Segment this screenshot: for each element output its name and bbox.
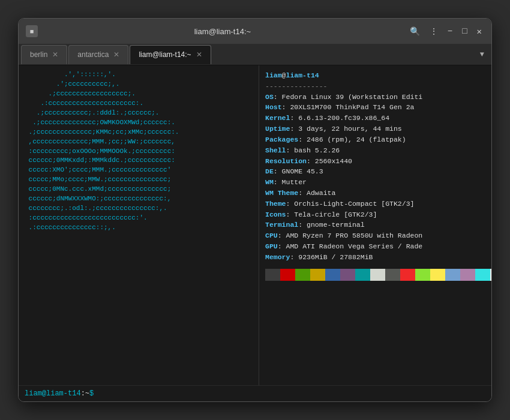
minimize-icon[interactable]: − bbox=[445, 25, 455, 38]
info-key: OS bbox=[265, 93, 274, 101]
terminal-body: .','::::::,'. .';cccccccccc;,. .;ccccccc… bbox=[19, 65, 491, 385]
info-value: : Tela-circle [GTK2/3] bbox=[286, 211, 377, 218]
color-swatch-12 bbox=[445, 269, 460, 281]
info-value: : 2486 (rpm), 24 (flatpak) bbox=[298, 136, 406, 143]
info-field-memory: Memory: 9236MiB / 27882MiB bbox=[265, 252, 485, 263]
color-swatch-4 bbox=[325, 269, 340, 281]
color-swatches bbox=[265, 269, 485, 281]
terminal-window: ■ liam@liam-t14:~ 🔍 ⋮ − □ ✕ berlin ✕ ant… bbox=[18, 18, 492, 402]
info-key: Icons bbox=[265, 211, 286, 218]
prompt-arrow: :~ bbox=[81, 389, 89, 398]
prompt-cursor: $ bbox=[89, 389, 94, 398]
color-swatch-2 bbox=[295, 269, 310, 281]
username: liam bbox=[265, 71, 282, 79]
info-field-gpu: GPU: AMD ATI Radeon Vega Series / Rade bbox=[265, 241, 485, 252]
prompt-line: liam@liam-t14:~$ bbox=[19, 385, 491, 401]
maximize-icon[interactable]: □ bbox=[460, 25, 469, 38]
window-controls: ■ bbox=[26, 25, 38, 37]
search-icon[interactable]: 🔍 bbox=[407, 25, 422, 38]
tab-berlin-label: berlin bbox=[30, 50, 47, 59]
at-symbol: @ bbox=[282, 71, 286, 79]
color-swatch-13 bbox=[460, 269, 475, 281]
tabbar: berlin ✕ antarctica ✕ liam@liam-t14:~ ✕ … bbox=[19, 44, 491, 65]
menu-icon[interactable]: ⋮ bbox=[427, 25, 440, 38]
color-swatch-10 bbox=[415, 269, 430, 281]
info-field-wm: WM: Mutter bbox=[265, 177, 485, 188]
color-swatch-14 bbox=[475, 269, 490, 281]
info-value: : 3 days, 22 hours, 44 mins bbox=[290, 125, 401, 133]
tab-berlin[interactable]: berlin ✕ bbox=[21, 45, 67, 64]
color-swatch-1 bbox=[280, 269, 295, 281]
info-value: : AMD ATI Radeon Vega Series / Rade bbox=[278, 242, 423, 250]
info-value: : Fedora Linux 39 (Workstation Editi bbox=[274, 93, 422, 101]
tab-overflow-arrow[interactable]: ▼ bbox=[475, 50, 489, 59]
info-value: : Mutter bbox=[274, 178, 307, 186]
info-value: : 6.6.13-200.fc39.x86_64 bbox=[290, 114, 389, 122]
tab-liam-close[interactable]: ✕ bbox=[196, 50, 202, 59]
info-field-de: DE: GNOME 45.3 bbox=[265, 166, 485, 177]
info-key: Shell bbox=[265, 146, 286, 154]
color-swatch-7 bbox=[370, 269, 385, 281]
info-field-os: OS: Fedora Linux 39 (Workstation Editi bbox=[265, 92, 485, 103]
info-value: : 20XLS1M700 ThinkPad T14 Gen 2a bbox=[282, 103, 415, 111]
info-key: Resolution bbox=[265, 157, 307, 165]
info-value: : Orchis-Light-Compact [GTK2/3] bbox=[286, 200, 415, 208]
color-swatch-9 bbox=[400, 269, 415, 281]
prompt-user: liam@liam-t14 bbox=[25, 389, 81, 398]
color-swatch-6 bbox=[355, 269, 370, 281]
info-value: : gnome-terminal bbox=[298, 221, 364, 229]
info-key: GPU bbox=[265, 242, 278, 250]
info-field-theme: Theme: Orchis-Light-Compact [GTK2/3] bbox=[265, 199, 485, 209]
info-field-wm-theme: WM Theme: Adwaita bbox=[265, 188, 485, 199]
info-key: WM Theme bbox=[265, 189, 298, 197]
tab-berlin-close[interactable]: ✕ bbox=[52, 50, 58, 59]
info-key: CPU bbox=[265, 232, 278, 239]
color-swatch-3 bbox=[310, 269, 325, 281]
info-key: Host bbox=[265, 103, 282, 111]
titlebar-actions: 🔍 ⋮ − □ ✕ bbox=[407, 25, 484, 38]
info-key: Packages bbox=[265, 136, 298, 143]
ascii-art-pane: .','::::::,'. .';cccccccccc;,. .;ccccccc… bbox=[19, 65, 259, 385]
info-field-kernel: Kernel: 6.6.13-200.fc39.x86_64 bbox=[265, 113, 485, 124]
color-swatch-0 bbox=[265, 269, 280, 281]
info-field-resolution: Resolution: 2560x1440 bbox=[265, 156, 485, 167]
info-field-uptime: Uptime: 3 days, 22 hours, 44 mins bbox=[265, 124, 485, 134]
info-key: Terminal bbox=[265, 221, 298, 229]
tab-liam-label: liam@liam-t14:~ bbox=[139, 50, 191, 59]
info-key: Uptime bbox=[265, 125, 290, 133]
info-key: Kernel bbox=[265, 114, 290, 122]
tab-antarctica[interactable]: antarctica ✕ bbox=[68, 45, 128, 64]
window-icon-btn[interactable]: ■ bbox=[26, 25, 38, 37]
info-key: WM bbox=[265, 178, 274, 186]
info-field-terminal: Terminal: gnome-terminal bbox=[265, 220, 485, 230]
window-title: liam@liam-t14:~ bbox=[38, 27, 407, 36]
separator-line: --------------- bbox=[265, 81, 485, 92]
info-key: Theme bbox=[265, 200, 286, 208]
info-value: : 2560x1440 bbox=[307, 157, 352, 165]
tab-antarctica-close[interactable]: ✕ bbox=[113, 50, 119, 59]
info-pane: liam@liam-t14 --------------- OS: Fedora… bbox=[259, 65, 491, 385]
color-swatch-5 bbox=[340, 269, 355, 281]
info-value: : Adwaita bbox=[298, 189, 335, 197]
color-swatch-8 bbox=[385, 269, 400, 281]
info-field-shell: Shell: bash 5.2.26 bbox=[265, 145, 485, 156]
color-swatch-15 bbox=[490, 269, 491, 281]
info-value: : 9236MiB / 27882MiB bbox=[290, 253, 373, 261]
info-key: Memory bbox=[265, 253, 290, 261]
hostname: liam-t14 bbox=[286, 71, 319, 79]
info-key: DE bbox=[265, 167, 274, 175]
info-value: : AMD Ryzen 7 PRO 5850U with Radeon bbox=[278, 232, 423, 239]
color-swatch-11 bbox=[430, 269, 445, 281]
info-field-packages: Packages: 2486 (rpm), 24 (flatpak) bbox=[265, 134, 485, 145]
info-value: : bash 5.2.26 bbox=[286, 146, 340, 154]
info-value: : GNOME 45.3 bbox=[274, 167, 323, 175]
tab-antarctica-label: antarctica bbox=[77, 50, 109, 59]
info-field-host: Host: 20XLS1M700 ThinkPad T14 Gen 2a bbox=[265, 102, 485, 113]
titlebar: ■ liam@liam-t14:~ 🔍 ⋮ − □ ✕ bbox=[19, 19, 491, 44]
close-icon[interactable]: ✕ bbox=[475, 25, 484, 38]
tab-liam[interactable]: liam@liam-t14:~ ✕ bbox=[130, 45, 211, 64]
user-host-line: liam@liam-t14 bbox=[265, 70, 485, 81]
ascii-art: .','::::::,'. .';cccccccccc;,. .;ccccccc… bbox=[25, 70, 253, 233]
info-field-icons: Icons: Tela-circle [GTK2/3] bbox=[265, 209, 485, 220]
info-fields: OS: Fedora Linux 39 (Workstation EditiHo… bbox=[265, 92, 485, 263]
